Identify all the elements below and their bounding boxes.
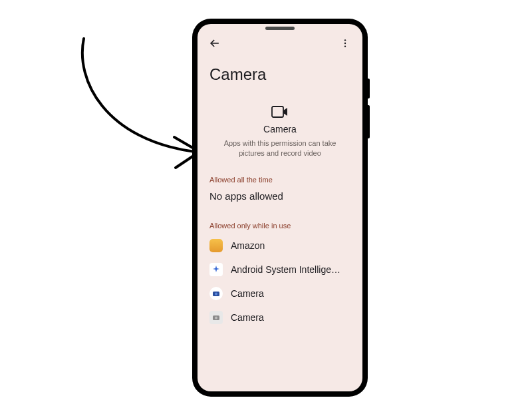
permission-icon-wrap — [198, 105, 362, 118]
svg-point-7 — [215, 316, 217, 319]
phone-side-button — [368, 105, 370, 138]
svg-point-1 — [344, 43, 346, 44]
phone-side-button — [368, 79, 370, 99]
back-button[interactable] — [207, 35, 223, 51]
app-name: Camera — [231, 288, 350, 299]
camera-app-icon — [209, 287, 223, 300]
amazon-app-icon — [209, 239, 223, 252]
app-name: Android System Intellige… — [231, 264, 350, 275]
more-button[interactable] — [337, 35, 353, 51]
page-title: Camera — [198, 53, 362, 96]
app-row-android-system-intelligence[interactable]: Android System Intellige… — [198, 258, 362, 282]
sparkle-icon — [211, 265, 221, 274]
svg-point-0 — [344, 39, 346, 41]
app-row-camera[interactable]: Camera — [198, 306, 362, 329]
permission-label: Camera — [198, 124, 362, 134]
app-row-amazon[interactable]: Amazon — [198, 234, 362, 258]
android-system-intelligence-app-icon — [209, 263, 223, 276]
app-name: Camera — [231, 312, 350, 323]
app-row-camera[interactable]: Camera — [198, 282, 362, 306]
svg-point-5 — [215, 292, 217, 295]
screen: Camera Camera Apps with this permission … — [198, 24, 362, 391]
phone-frame: Camera Camera Apps with this permission … — [192, 19, 368, 397]
section-header-allowed-while-in-use: Allowed only while in use — [198, 204, 362, 234]
svg-rect-3 — [272, 106, 283, 117]
camera-icon — [271, 105, 289, 118]
phone-speaker — [265, 27, 295, 30]
no-apps-text: No apps allowed — [198, 188, 362, 204]
camera-app-icon — [209, 311, 223, 324]
app-name: Amazon — [231, 240, 350, 251]
more-vert-icon — [340, 38, 350, 49]
section-header-allowed-all-time: Allowed all the time — [198, 158, 362, 188]
svg-point-2 — [344, 45, 346, 47]
permission-description: Apps with this permission can take pictu… — [220, 138, 340, 158]
camera-small-icon — [212, 313, 220, 321]
arrow-back-icon — [208, 37, 221, 50]
camera-small-icon — [212, 290, 220, 298]
